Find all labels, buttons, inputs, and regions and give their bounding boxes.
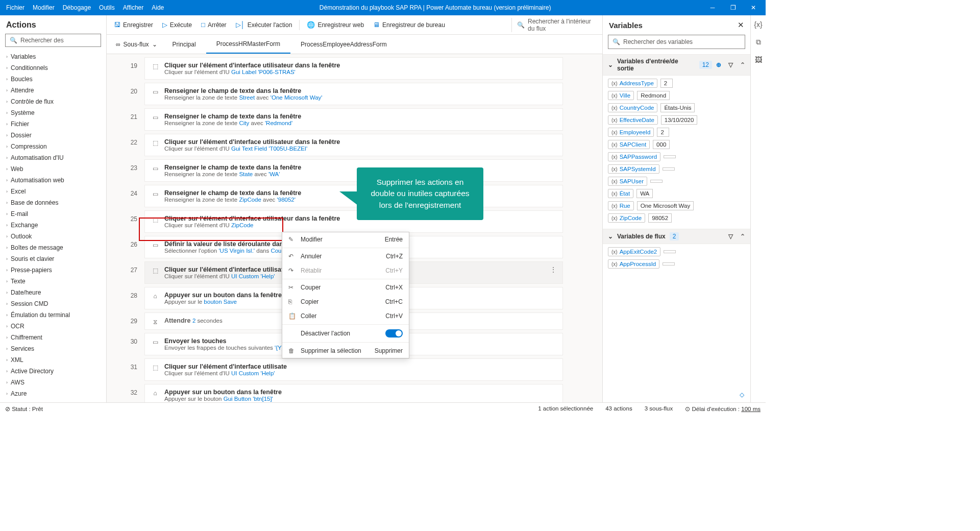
action-group[interactable]: ›Boîtes de message [2, 242, 104, 253]
stop-button[interactable]: □Arrêter [198, 19, 230, 31]
step-card[interactable]: ▭Renseigner le champ de texte dans la fe… [144, 159, 563, 182]
menu-modifier[interactable]: Modifier [29, 1, 59, 14]
variable-item[interactable]: (x)ÉtatWA [608, 189, 745, 198]
chevron-right-icon: › [6, 312, 8, 318]
variable-item[interactable]: (x)AppExitCode2 [608, 247, 745, 256]
tab-processhrmasterform[interactable]: ProcessHRMasterForm [206, 35, 290, 54]
ctx-edit[interactable]: ✎ModifierEntrée [282, 232, 409, 247]
step-card[interactable]: ⬚Cliquer sur l'élément d'interface utili… [144, 210, 563, 233]
action-group[interactable]: ›Base de données [2, 197, 104, 208]
collapse-icon[interactable]: ⌃ [740, 233, 745, 240]
step-more-button[interactable]: ⋮ [550, 266, 556, 273]
ctx-cut[interactable]: ✂CouperCtrl+X [282, 280, 409, 295]
step-card[interactable]: ▭Renseigner le champ de texte dans la fe… [144, 83, 563, 105]
action-group[interactable]: ›E-mail [2, 208, 104, 220]
run-action-button[interactable]: ▷│Exécuter l'action [233, 19, 296, 31]
menu-outils[interactable]: Outils [95, 1, 119, 14]
action-group[interactable]: ›Contrôle de flux [2, 96, 104, 107]
action-group[interactable]: ›Cognitive [2, 399, 104, 402]
variable-item[interactable]: (x)SAPPassword [608, 152, 745, 161]
variable-value [663, 262, 675, 266]
variables-rail-icon[interactable]: {x} [754, 20, 762, 29]
action-group[interactable]: ›Boucles [2, 74, 104, 85]
io-vars-header[interactable]: ⌄ Variables d'entrée/de sortie 12 ⊕ ▽ ⌃ [603, 54, 750, 76]
variable-item[interactable]: (x)EffectiveDate13/10/2020 [608, 115, 745, 125]
run-button[interactable]: ▷Exécute [159, 19, 195, 31]
action-group[interactable]: ›Fichier [2, 118, 104, 130]
actions-search[interactable]: 🔍 Rechercher des [5, 34, 101, 47]
variable-item[interactable]: (x)SAPUser [608, 177, 745, 186]
action-group[interactable]: ›Outlook [2, 231, 104, 242]
action-group[interactable]: ›Compression [2, 141, 104, 152]
step-card[interactable]: ⬚Cliquer sur l'élément d'interface utili… [144, 134, 563, 156]
action-group[interactable]: ›Automatisation web [2, 175, 104, 186]
step-card[interactable]: ▭Renseigner le champ de texte dans la fe… [144, 108, 563, 131]
status-bar: ⊘ Statut : Prêt 1 action sélectionnée 43… [0, 402, 766, 415]
action-group[interactable]: ›Date/heure [2, 287, 104, 298]
collapse-icon[interactable]: ⌃ [740, 61, 745, 68]
flow-search[interactable]: 🔍 Rechercher à l'intérieur du flux [511, 18, 598, 32]
ui-elements-rail-icon[interactable]: ⧉ [756, 38, 761, 46]
subflow-dropdown[interactable]: ∞ Sous-flux ⌄ [111, 41, 162, 48]
menu-fichier[interactable]: Fichier [2, 1, 29, 14]
flow-vars-header[interactable]: ⌄ Variables de flux 2 ▽ ⌃ [603, 229, 750, 244]
action-group[interactable]: ›Exchange [2, 220, 104, 231]
ctx-disable[interactable]: Désactiver l'action [282, 326, 409, 341]
toggle-switch[interactable] [385, 329, 403, 337]
menu-afficher[interactable]: Afficher [119, 1, 148, 14]
step-card[interactable]: ⬚Cliquer sur l'élément d'interface utili… [144, 57, 563, 80]
action-group[interactable]: ›Web [2, 163, 104, 175]
ctx-delete[interactable]: 🗑Supprimer la sélectionSupprimer [282, 344, 409, 358]
filter-icon[interactable]: ▽ [728, 61, 733, 68]
ctx-undo[interactable]: ↶AnnulerCtrl+Z [282, 249, 409, 263]
menu-aide[interactable]: Aide [148, 1, 168, 14]
variable-mapper-button[interactable]: ◇ [603, 387, 750, 402]
step-card[interactable]: ⌂Appuyer sur un bouton dans la fenêtreAp… [144, 384, 563, 402]
action-group[interactable]: ›Dossier [2, 130, 104, 141]
action-group[interactable]: ›Variables [2, 51, 104, 62]
close-button[interactable]: ✕ [743, 4, 764, 11]
action-group[interactable]: ›XML [2, 354, 104, 366]
variables-search[interactable]: 🔍 Rechercher des variables [608, 35, 745, 49]
variable-item[interactable]: (x)AddressType2 [608, 79, 745, 88]
action-group[interactable]: ›Conditionnels [2, 62, 104, 74]
web-recorder-button[interactable]: 🌐Enregistreur web [304, 19, 367, 31]
step-card[interactable]: ⬚Cliquer sur l'élément d'interface utili… [144, 358, 563, 381]
variable-item[interactable]: (x)ZipCode98052 [608, 213, 745, 223]
action-group[interactable]: ›Attendre [2, 85, 104, 96]
save-button[interactable]: 🖫Enregistrer [111, 19, 156, 31]
maximize-button[interactable]: ❐ [723, 4, 743, 11]
images-rail-icon[interactable]: 🖼 [755, 56, 762, 64]
action-group[interactable]: ›Presse-papiers [2, 264, 104, 276]
action-group[interactable]: ›Session CMD [2, 298, 104, 309]
action-group[interactable]: ›Émulation du terminal [2, 309, 104, 321]
variable-item[interactable]: (x)EmployeeId2 [608, 128, 745, 137]
action-group[interactable]: ›OCR [2, 321, 104, 332]
ctx-paste[interactable]: 📋CollerCtrl+V [282, 309, 409, 323]
variable-item[interactable]: (x)VilleRedmond [608, 91, 745, 100]
action-group[interactable]: ›Texte [2, 276, 104, 287]
variable-item[interactable]: (x)AppProcessId [608, 259, 745, 269]
ctx-copy[interactable]: ⎘CopierCtrl+C [282, 295, 409, 309]
menu-débogage[interactable]: Débogage [59, 1, 95, 14]
close-panel-button[interactable]: ✕ [738, 20, 744, 30]
variable-item[interactable]: (x)RueOne Microsoft Way [608, 201, 745, 210]
desktop-recorder-button[interactable]: 🖥Enregistreur de bureau [370, 19, 448, 31]
tab-processemployeeaddressform[interactable]: ProcessEmployeeAddressForm [290, 35, 397, 54]
action-group[interactable]: ›Active Directory [2, 366, 104, 377]
add-variable-button[interactable]: ⊕ [716, 61, 721, 68]
action-group[interactable]: ›Système [2, 107, 104, 118]
variable-item[interactable]: (x)SAPSystemId [608, 164, 745, 174]
filter-icon[interactable]: ▽ [728, 233, 733, 240]
action-group[interactable]: ›AWS [2, 377, 104, 388]
action-group[interactable]: ›Chiffrement [2, 332, 104, 343]
tab-principal[interactable]: Principal [162, 35, 206, 54]
action-group[interactable]: ›Automatisation d'IU [2, 152, 104, 163]
action-group[interactable]: ›Services [2, 343, 104, 354]
action-group[interactable]: ›Azure [2, 388, 104, 399]
action-group[interactable]: ›Excel [2, 186, 104, 197]
action-group[interactable]: ›Souris et clavier [2, 253, 104, 264]
variable-item[interactable]: (x)SAPClient000 [608, 140, 745, 149]
minimize-button[interactable]: ─ [702, 4, 723, 11]
variable-item[interactable]: (x)CountryCodeÉtats-Unis [608, 103, 745, 112]
